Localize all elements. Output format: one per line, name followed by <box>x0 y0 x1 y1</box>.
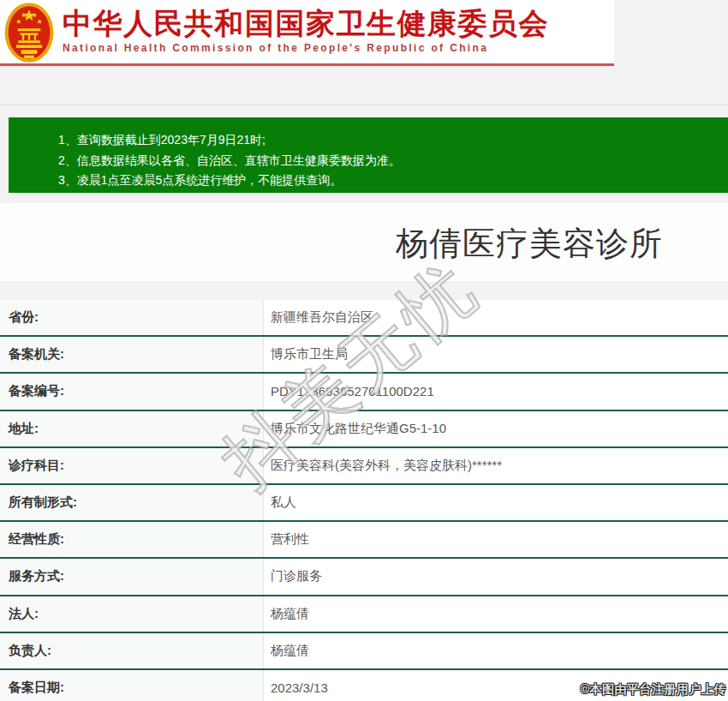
field-label: 经营性质: <box>0 522 264 557</box>
field-label: 服务方式: <box>0 559 264 594</box>
field-value: 新疆维吾尔自治区 <box>264 300 728 335</box>
notice-banner: 1、查询数据截止到2023年7月9日21时; 2、信息数据结果以各省、自治区、直… <box>9 117 728 193</box>
site-title-cn: 中华人民共和国国家卫生健康委员会 <box>63 5 549 41</box>
field-label: 备案日期: <box>0 670 264 701</box>
page: 中华人民共和国国家卫生健康委员会 National Health Commiss… <box>0 0 728 701</box>
site-title-en: National Health Commission of the People… <box>63 42 549 54</box>
table-row: 服务方式: 门诊服务 <box>0 559 728 596</box>
field-label: 法人: <box>0 596 264 632</box>
field-value: 杨蕴倩 <box>264 633 728 668</box>
horizontal-divider <box>0 105 728 105</box>
field-value: 私人 <box>264 485 728 520</box>
table-row: 所有制形式: 私人 <box>0 485 728 522</box>
field-value: 博乐市卫生局 <box>264 337 728 372</box>
result-title-section: 杨倩医疗美容诊所 <box>0 203 728 283</box>
table-row: 经营性质: 营利性 <box>0 522 728 559</box>
field-value: PDY123693652701100D221 <box>264 374 728 409</box>
table-row: 法人: 杨蕴倩 <box>0 596 728 633</box>
notice-line: 1、查询数据截止到2023年7月9日21时; <box>58 130 728 151</box>
notice-line: 3、凌晨1点至凌晨5点系统进行维护，不能提供查询。 <box>58 171 728 191</box>
image-credit: ©本图由平台注册用户上传 <box>581 682 726 698</box>
table-row: 诊疗科目: 医疗美容科(美容外科，美容皮肤科)****** <box>0 448 728 485</box>
field-value: 博乐市文化路世纪华通G5-1-10 <box>264 411 728 446</box>
header-titles: 中华人民共和国国家卫生健康委员会 National Health Commiss… <box>63 0 549 54</box>
notice-line: 2、信息数据结果以各省、自治区、直辖市卫生健康委数据为准。 <box>58 151 728 171</box>
table-row: 备案编号: PDY123693652701100D221 <box>0 374 728 410</box>
national-emblem-icon <box>4 2 54 63</box>
field-label: 备案编号: <box>0 374 264 409</box>
page-title: 杨倩医疗美容诊所 <box>396 222 663 266</box>
field-value: 医疗美容科(美容外科，美容皮肤科)****** <box>264 448 728 483</box>
record-table: 省份: 新疆维吾尔自治区 备案机关: 博乐市卫生局 备案编号: PDY12369… <box>0 300 728 701</box>
field-value: 杨蕴倩 <box>264 596 728 632</box>
field-label: 所有制形式: <box>0 485 264 520</box>
field-label: 负责人: <box>0 633 264 668</box>
table-row: 省份: 新疆维吾尔自治区 <box>0 300 728 337</box>
table-row: 负责人: 杨蕴倩 <box>0 633 728 670</box>
field-label: 地址: <box>0 411 264 446</box>
field-label: 备案机关: <box>0 337 264 372</box>
field-value: 营利性 <box>264 522 728 557</box>
field-value: 门诊服务 <box>264 559 728 594</box>
field-label: 省份: <box>0 300 264 335</box>
table-row: 地址: 博乐市文化路世纪华通G5-1-10 <box>0 411 728 448</box>
table-row: 备案机关: 博乐市卫生局 <box>0 337 728 374</box>
site-header: 中华人民共和国国家卫生健康委员会 National Health Commiss… <box>0 0 614 66</box>
field-label: 诊疗科目: <box>0 448 264 483</box>
